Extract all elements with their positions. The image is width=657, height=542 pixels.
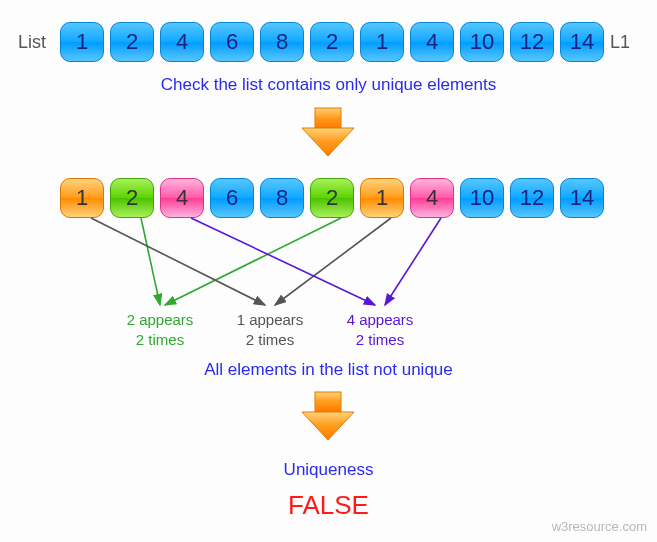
row1-cell-8: 10 bbox=[460, 22, 504, 62]
row2-cell-6: 1 bbox=[360, 178, 404, 218]
caption-check-unique: Check the list contains only unique elem… bbox=[0, 75, 657, 95]
row2-cell-5: 2 bbox=[310, 178, 354, 218]
row2-cell-10: 14 bbox=[560, 178, 604, 218]
row1-cell-6: 1 bbox=[360, 22, 404, 62]
line-4-b bbox=[385, 218, 441, 305]
row1-cell-5: 2 bbox=[310, 22, 354, 62]
label-list-right: L1 bbox=[610, 32, 630, 53]
label-list-left: List bbox=[18, 32, 46, 53]
caption-not-unique: All elements in the list not unique bbox=[0, 360, 657, 380]
row2-cell-1: 2 bbox=[110, 178, 154, 218]
row1-cell-3: 6 bbox=[210, 22, 254, 62]
line-2-b bbox=[165, 218, 341, 305]
row2-cell-2: 4 bbox=[160, 178, 204, 218]
line-1-a bbox=[91, 218, 265, 305]
row1-cell-4: 8 bbox=[260, 22, 304, 62]
row1-cell-0: 1 bbox=[60, 22, 104, 62]
down-arrow-2-icon bbox=[302, 392, 354, 440]
row1-cell-9: 12 bbox=[510, 22, 554, 62]
row2-cell-8: 10 bbox=[460, 178, 504, 218]
result-false: FALSE bbox=[0, 490, 657, 521]
appear-label-1: 1 appears2 times bbox=[225, 310, 315, 351]
down-arrow-1-icon bbox=[302, 108, 354, 156]
row2-cell-3: 6 bbox=[210, 178, 254, 218]
caption-uniqueness: Uniqueness bbox=[0, 460, 657, 480]
watermark: w3resource.com bbox=[552, 519, 647, 534]
line-4-a bbox=[191, 218, 375, 305]
row1-cell-10: 14 bbox=[560, 22, 604, 62]
row2-cell-0: 1 bbox=[60, 178, 104, 218]
appear-label-4: 4 appears2 times bbox=[335, 310, 425, 351]
row1-cell-7: 4 bbox=[410, 22, 454, 62]
row2-cell-4: 8 bbox=[260, 178, 304, 218]
row1-cell-2: 4 bbox=[160, 22, 204, 62]
row2-cell-9: 12 bbox=[510, 178, 554, 218]
svg-rect-0 bbox=[315, 108, 341, 128]
row2-cell-7: 4 bbox=[410, 178, 454, 218]
line-2-a bbox=[141, 218, 160, 305]
row1-cell-1: 2 bbox=[110, 22, 154, 62]
appear-label-2: 2 appears2 times bbox=[115, 310, 205, 351]
line-1-b bbox=[275, 218, 391, 305]
svg-rect-1 bbox=[315, 392, 341, 412]
